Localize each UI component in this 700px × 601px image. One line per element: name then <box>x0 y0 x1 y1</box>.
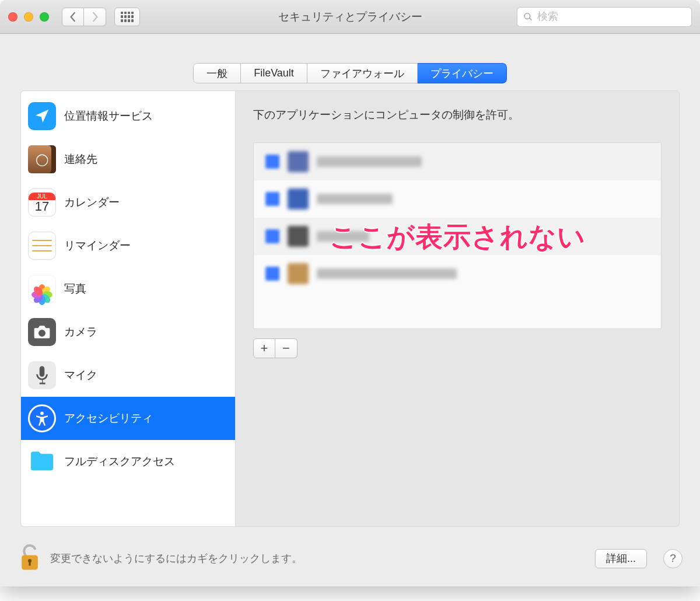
tab-bar: 一般 FileVault ファイアウォール プライバシー <box>0 63 700 83</box>
sidebar-item-label: マイク <box>64 368 97 383</box>
tab-privacy[interactable]: プライバシー <box>418 63 507 83</box>
tab-filevault[interactable]: FileVault <box>241 63 307 83</box>
content-panel: 位置情報サービス ◯ 連絡先 JUL 17 カレンダー リマインダー <box>20 90 680 527</box>
add-remove-controls: + − <box>253 338 662 358</box>
chevron-left-icon <box>69 12 77 22</box>
sidebar-item-camera[interactable]: カメラ <box>21 310 235 354</box>
sidebar-item-label: カメラ <box>64 324 97 340</box>
folder-icon <box>28 448 56 476</box>
footer: 変更できないようにするにはカギをクリックします。 詳細... ? <box>0 537 700 586</box>
sidebar-item-full-disk-access[interactable]: フルディスクアクセス <box>21 440 235 483</box>
minimize-window-button[interactable] <box>24 12 33 22</box>
sidebar-item-label: 連絡先 <box>64 152 97 167</box>
window-traffic-lights <box>8 12 49 22</box>
sidebar-item-microphone[interactable]: マイク <box>21 354 235 397</box>
help-button[interactable]: ? <box>663 549 682 568</box>
tab-firewall[interactable]: ファイアウォール <box>307 63 418 83</box>
svg-point-0 <box>40 411 44 415</box>
sidebar-item-label: アクセシビリティ <box>64 411 153 426</box>
calendar-icon-day: 17 <box>35 200 49 213</box>
detail-description: 下のアプリケーションにコンピュータの制御を許可。 <box>253 107 662 123</box>
remove-app-button[interactable]: − <box>275 338 298 358</box>
reminders-icon <box>28 232 56 260</box>
list-item[interactable] <box>254 180 661 218</box>
grid-icon <box>121 12 134 22</box>
list-item[interactable] <box>254 255 661 292</box>
list-item[interactable] <box>254 143 661 180</box>
detail-pane: 下のアプリケーションにコンピュータの制御を許可。 ここが表示されない + <box>236 91 679 526</box>
sidebar-item-contacts[interactable]: ◯ 連絡先 <box>21 138 235 181</box>
sidebar-item-label: フルディスクアクセス <box>64 454 175 469</box>
camera-icon <box>28 318 56 346</box>
tab-general[interactable]: 一般 <box>193 63 241 83</box>
search-input[interactable] <box>537 11 685 23</box>
allowed-apps-list[interactable]: ここが表示されない <box>253 142 662 329</box>
add-app-button[interactable]: + <box>253 338 275 358</box>
zoom-window-button[interactable] <box>40 12 49 22</box>
search-icon <box>523 12 533 22</box>
back-button[interactable] <box>62 8 84 26</box>
privacy-sidebar: 位置情報サービス ◯ 連絡先 JUL 17 カレンダー リマインダー <box>21 91 236 526</box>
sidebar-item-accessibility[interactable]: アクセシビリティ <box>21 397 235 440</box>
show-all-button[interactable] <box>114 8 140 26</box>
nav-buttons <box>62 8 106 26</box>
microphone-icon <box>28 361 56 389</box>
sidebar-item-label: 位置情報サービス <box>64 109 153 124</box>
sidebar-item-photos[interactable]: 写真 <box>21 267 235 310</box>
close-window-button[interactable] <box>8 12 18 22</box>
lock-icon[interactable] <box>18 544 42 573</box>
chevron-right-icon <box>91 12 99 22</box>
annotation-overlay: ここが表示されない <box>254 219 661 256</box>
titlebar: セキュリティとプライバシー <box>0 0 700 34</box>
sidebar-item-label: 写真 <box>64 281 86 296</box>
contacts-icon: ◯ <box>28 145 56 173</box>
calendar-icon: JUL 17 <box>28 188 56 216</box>
accessibility-icon <box>28 404 56 432</box>
preferences-window: セキュリティとプライバシー 一般 FileVault ファイアウォール プライバ… <box>0 0 700 586</box>
advanced-button[interactable]: 詳細... <box>595 549 647 568</box>
forward-button[interactable] <box>84 8 106 26</box>
sidebar-item-reminders[interactable]: リマインダー <box>21 224 235 267</box>
location-icon <box>28 102 56 130</box>
sidebar-item-label: リマインダー <box>64 238 131 253</box>
sidebar-item-location[interactable]: 位置情報サービス <box>21 95 235 138</box>
search-field[interactable] <box>517 7 692 27</box>
sidebar-item-label: カレンダー <box>64 195 120 210</box>
svg-rect-4 <box>29 561 30 565</box>
photos-icon <box>28 275 56 303</box>
lock-description: 変更できないようにするにはカギをクリックします。 <box>50 551 302 565</box>
sidebar-item-calendar[interactable]: JUL 17 カレンダー <box>21 181 235 224</box>
